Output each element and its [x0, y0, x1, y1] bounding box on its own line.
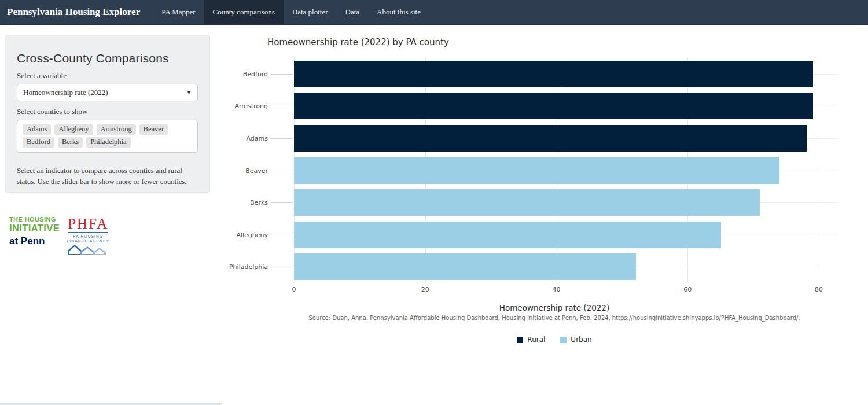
- bar-beaver[interactable]: [294, 157, 779, 184]
- sidebar-helper-text: Select an indicator to compare across co…: [17, 165, 198, 187]
- phfa-logo-word: PHFA: [68, 216, 108, 231]
- nav-tab-data-plotter[interactable]: Data plotter: [284, 0, 337, 24]
- hip-logo-line3: at Penn: [9, 236, 60, 246]
- bottom-panel-edge: [0, 403, 222, 405]
- chart-footer: Homeownership rate (2022) Source: Duan, …: [271, 303, 838, 344]
- y-tick-adams: [270, 138, 293, 139]
- nav-tabs: PA MapperCounty comparisonsData plotterD…: [153, 0, 429, 24]
- phfa-logo-rule: [68, 232, 108, 233]
- county-tag-beaver[interactable]: Beaver: [139, 124, 168, 135]
- top-navbar: Pennsylvania Housing Explorer PA MapperC…: [0, 0, 868, 25]
- chart-plot-area: [294, 58, 838, 283]
- y-tick-philadelphia: [270, 267, 293, 267]
- y-tick-armstrong: [270, 106, 293, 106]
- bar-adams[interactable]: [294, 125, 807, 152]
- chart-title: Homeownership rate (2022) by PA county: [267, 37, 449, 47]
- county-tag-philadelphia[interactable]: Philadelphia: [86, 137, 131, 148]
- sidebar-panel: Cross-County Comparisons Select a variab…: [5, 35, 210, 193]
- nav-tab-about-this-site[interactable]: About this site: [368, 0, 429, 24]
- nav-tab-data[interactable]: Data: [337, 0, 369, 24]
- county-tag-berks[interactable]: Berks: [58, 137, 83, 148]
- legend-item-rural[interactable]: Rural: [517, 336, 545, 344]
- y-tick-bedford: [270, 74, 293, 75]
- legend-label-urban: Urban: [571, 336, 591, 344]
- x-tick-label-20: 20: [421, 286, 429, 293]
- y-label-philadelphia: Philadelphia: [229, 263, 268, 271]
- app-brand[interactable]: Pennsylvania Housing Explorer: [0, 0, 153, 24]
- chart-x-axis-ticks: 020406080: [294, 286, 838, 294]
- y-tick-berks: [270, 203, 293, 203]
- x-tick-label-40: 40: [553, 286, 561, 293]
- chart-legend: RuralUrban: [271, 336, 838, 344]
- x-tick-label-0: 0: [292, 286, 296, 293]
- x-tick-label-60: 60: [683, 286, 692, 293]
- y-label-allegheny: Allegheny: [236, 231, 268, 238]
- nav-tab-county-comparisons[interactable]: County comparisons: [204, 0, 284, 24]
- chart-source-note: Source: Duan, Anna. Pennsylvania Afforda…: [271, 315, 838, 321]
- x-tick-label-80: 80: [815, 286, 823, 293]
- y-label-adams: Adams: [246, 134, 268, 142]
- legend-swatch-urban: [560, 337, 567, 343]
- phfa-roofs-icon: [68, 245, 108, 255]
- county-tag-allegheny[interactable]: Allegheny: [54, 124, 93, 135]
- phfa-logo-subtext: PA HOUSINGFINANCE AGENCY: [67, 234, 109, 244]
- footer-logos: THE HOUSING INITIATIVE at Penn PHFA PA H…: [9, 216, 109, 255]
- y-tick-beaver: [270, 171, 293, 171]
- sidebar-title: Cross-County Comparisons: [17, 51, 198, 65]
- chart-y-axis-labels: BedfordArmstrongAdamsBeaverBerksAlleghen…: [222, 58, 268, 283]
- y-label-beaver: Beaver: [245, 167, 268, 174]
- legend-label-rural: Rural: [527, 336, 545, 344]
- county-tag-armstrong[interactable]: Armstrong: [97, 124, 136, 135]
- bar-armstrong[interactable]: [294, 93, 813, 119]
- variable-select[interactable]: Homeownership rate (2022) ▼: [17, 84, 198, 101]
- bar-allegheny[interactable]: [294, 222, 721, 248]
- legend-item-urban[interactable]: Urban: [560, 336, 591, 344]
- y-label-berks: Berks: [250, 199, 268, 207]
- bar-philadelphia[interactable]: [294, 253, 636, 280]
- county-tag-adams[interactable]: Adams: [23, 124, 51, 135]
- y-label-armstrong: Armstrong: [234, 102, 268, 110]
- bar-berks[interactable]: [294, 189, 760, 216]
- phfa-logo: PHFA PA HOUSINGFINANCE AGENCY: [67, 216, 109, 255]
- nav-tab-pa-mapper[interactable]: PA Mapper: [153, 0, 204, 24]
- hip-logo-line2: INITIATIVE: [9, 223, 60, 233]
- counties-multiselect[interactable]: AdamsAlleghenyArmstrongBeaverBedfordBerk…: [17, 120, 198, 153]
- legend-swatch-rural: [517, 337, 523, 343]
- housing-initiative-logo: THE HOUSING INITIATIVE at Penn: [9, 216, 60, 246]
- variable-select-label: Select a variable: [17, 71, 198, 80]
- chevron-down-icon: ▼: [186, 90, 192, 95]
- chart-x-axis-title: Homeownership rate (2022): [271, 303, 838, 312]
- y-tick-allegheny: [270, 235, 293, 235]
- bar-bedford[interactable]: [294, 61, 813, 87]
- counties-select-label: Select counties to show: [17, 107, 198, 116]
- y-label-bedford: Bedford: [243, 70, 268, 78]
- hip-logo-line1: THE HOUSING: [9, 216, 60, 223]
- county-tag-bedford[interactable]: Bedford: [23, 137, 54, 148]
- variable-select-value: Homeownership rate (2022): [23, 88, 108, 97]
